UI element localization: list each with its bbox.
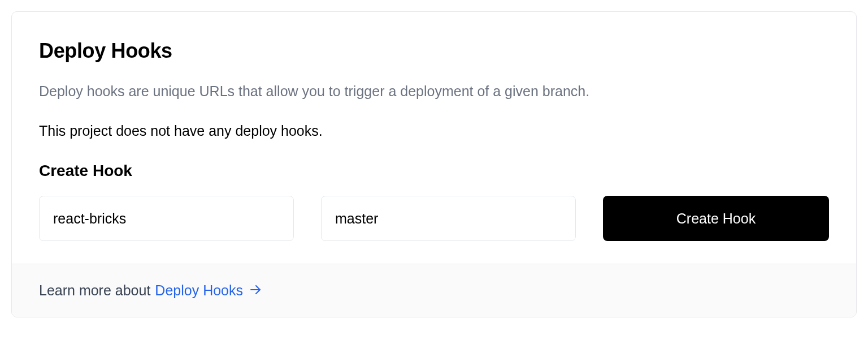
page-title: Deploy Hooks — [39, 39, 829, 63]
card-body: Deploy Hooks Deploy hooks are unique URL… — [12, 12, 856, 264]
create-hook-button[interactable]: Create Hook — [603, 196, 829, 241]
footer-prefix: Learn more about — [39, 282, 150, 299]
footer-link-label: Deploy Hooks — [155, 282, 243, 299]
branch-name-input[interactable] — [321, 196, 576, 241]
create-hook-form: Create Hook — [39, 196, 829, 241]
arrow-right-icon — [249, 283, 262, 299]
page-description: Deploy hooks are unique URLs that allow … — [39, 81, 829, 102]
card-footer: Learn more about Deploy Hooks — [12, 264, 856, 317]
deploy-hooks-link[interactable]: Deploy Hooks — [155, 282, 262, 299]
hook-name-input[interactable] — [39, 196, 294, 241]
create-hook-heading: Create Hook — [39, 162, 829, 180]
empty-state-text: This project does not have any deploy ho… — [39, 121, 829, 142]
deploy-hooks-card: Deploy Hooks Deploy hooks are unique URL… — [11, 11, 857, 317]
